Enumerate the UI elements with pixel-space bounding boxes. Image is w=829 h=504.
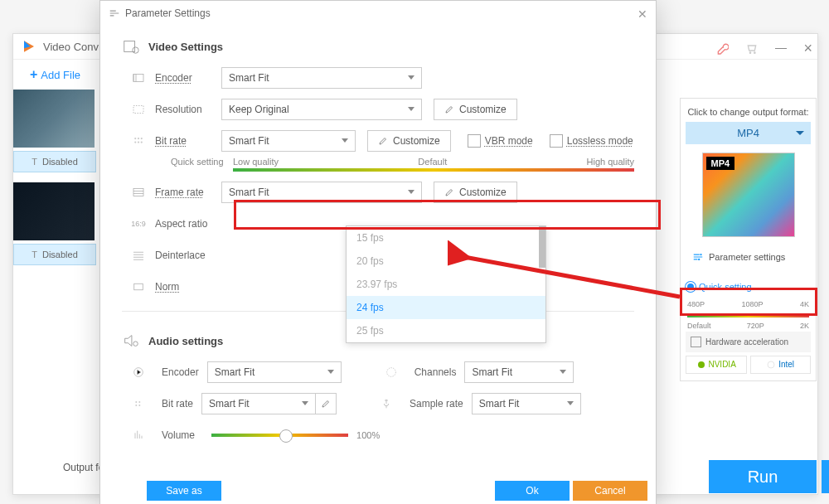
svg-rect-8 [133, 75, 143, 82]
samplerate-group: Sample rate Smart Fit [370, 393, 581, 414]
svg-point-12 [141, 138, 143, 139]
sliders-icon [692, 251, 704, 263]
resolution-customize-button[interactable]: Customize [434, 99, 517, 120]
svg-point-2 [698, 361, 705, 368]
bitrate-icon [122, 133, 155, 148]
bitrate-customize-button[interactable]: Customize [367, 130, 451, 152]
quality-slider-row: Quick setting Low qualityDefaultHigh qua… [100, 157, 656, 177]
window-controls: × [715, 40, 812, 57]
clock-icon[interactable] [822, 460, 829, 493]
deinterlace-label: Deinterlace [155, 250, 221, 261]
encoder-select[interactable]: Smart Fit [221, 67, 422, 89]
dialog-title: Parameter Settings [125, 7, 211, 19]
key-icon[interactable] [715, 42, 729, 56]
framerate-row: Frame rate Smart Fit Customize [100, 177, 656, 208]
lossless-checkbox[interactable] [550, 134, 563, 148]
disabled-bar-2[interactable]: TDisabled [13, 244, 96, 265]
encoder-label: Encoder [155, 72, 221, 84]
quick-setting-label: Quick setting [171, 157, 224, 167]
audio-encoder-icon [122, 366, 155, 379]
format-preview-image[interactable] [702, 153, 795, 237]
audio-bitrate-select[interactable]: Smart Fit [201, 393, 316, 414]
svg-point-24 [138, 405, 140, 406]
audio-encoder-label: Encoder [162, 366, 199, 378]
audio-bitrate-icon [122, 397, 155, 410]
norm-icon [122, 279, 155, 294]
quality-slider[interactable] [233, 168, 634, 172]
volume-slider[interactable] [211, 434, 348, 437]
framerate-select[interactable]: Smart Fit [221, 182, 422, 203]
volume-icon [122, 429, 155, 442]
svg-rect-16 [133, 189, 143, 196]
fps-option-20[interactable]: 20 fps [347, 250, 545, 273]
save-as-button[interactable]: Save as [147, 481, 221, 501]
nvidia-vendor[interactable]: NVIDIA [686, 356, 747, 374]
framerate-icon [122, 185, 155, 200]
audio-encoder-select[interactable]: Smart Fit [207, 361, 342, 383]
svg-point-15 [141, 141, 143, 143]
norm-label: Norm [155, 281, 221, 293]
channels-select[interactable]: Smart Fit [464, 361, 574, 383]
minimize-icon[interactable] [775, 48, 787, 49]
svg-rect-4 [822, 460, 829, 493]
pencil-icon [321, 399, 331, 409]
framerate-customize-button[interactable]: Customize [434, 182, 517, 203]
app-title: Video Conv [43, 41, 99, 53]
fps-option-24[interactable]: 24 fps [347, 296, 545, 319]
add-files-button[interactable]: + Add File [30, 67, 80, 82]
sliders-icon [109, 7, 120, 19]
video-thumbnail-1[interactable] [13, 90, 95, 148]
video-thumbnail-2[interactable] [13, 182, 95, 240]
svg-rect-17 [134, 284, 143, 290]
intel-vendor[interactable]: Intel [750, 356, 812, 374]
volume-thumb[interactable] [279, 429, 293, 443]
nvidia-icon [696, 360, 706, 370]
audio-encoder-group: Encoder Smart Fit [122, 361, 342, 383]
svg-point-13 [134, 141, 136, 143]
svg-point-21 [135, 401, 137, 403]
svg-point-11 [138, 138, 139, 139]
cancel-button[interactable]: Cancel [573, 481, 647, 501]
output-format-label: Click to change output format: [681, 99, 816, 122]
encoder-row: Encoder Smart Fit [100, 62, 656, 94]
svg-point-1 [698, 259, 700, 260]
fps-option-25[interactable]: 25 fps [347, 319, 545, 342]
ok-button[interactable]: Ok [495, 481, 570, 501]
cart-icon[interactable] [745, 42, 759, 56]
format-dropdown[interactable]: MP4 [686, 122, 811, 144]
dropdown-scrollbar[interactable] [539, 226, 545, 268]
disabled-bar-1[interactable]: TDisabled [13, 151, 96, 172]
channels-label: Channels [414, 366, 457, 378]
audio-bitrate-edit-button[interactable] [316, 393, 337, 414]
samplerate-select[interactable]: Smart Fit [472, 393, 581, 414]
dialog-close-button[interactable]: ✕ [638, 7, 647, 21]
output-panel: Click to change output format: MP4 Param… [680, 98, 817, 381]
svg-rect-6 [124, 41, 135, 52]
speaker-gear-icon [122, 332, 140, 350]
hardware-accel-checkbox[interactable]: Hardware acceleration [686, 332, 811, 352]
fps-option-15[interactable]: 15 fps [347, 226, 545, 250]
svg-point-3 [768, 361, 774, 368]
resolution-select[interactable]: Keep Original [221, 99, 422, 120]
quick-quality-slider[interactable]: 480P1080P4K Default720P2K [687, 298, 809, 328]
svg-point-14 [138, 141, 139, 143]
vbr-checkbox[interactable] [468, 134, 481, 148]
fps-option-23-97[interactable]: 23.97 fps [347, 273, 545, 296]
parameter-settings-button[interactable]: Parameter settings [686, 245, 824, 269]
close-icon[interactable]: × [803, 40, 812, 57]
text-icon: T [32, 157, 37, 167]
parameter-settings-dialog: Parameter Settings ✕ Video Settings Enco… [99, 0, 657, 504]
bitrate-select[interactable]: Smart Fit [221, 130, 356, 152]
encoder-icon [122, 70, 155, 85]
svg-point-18 [133, 342, 138, 346]
resolution-icon [122, 102, 155, 117]
pencil-icon [444, 187, 454, 197]
run-button[interactable]: Run [709, 460, 817, 493]
app-logo-icon [22, 39, 36, 54]
volume-label: Volume [162, 429, 195, 441]
svg-point-23 [135, 405, 137, 406]
svg-point-22 [138, 401, 140, 403]
lossless-label: Lossless mode [567, 135, 633, 147]
audio-bitrate-label: Bit rate [162, 398, 193, 410]
svg-point-0 [700, 254, 701, 255]
